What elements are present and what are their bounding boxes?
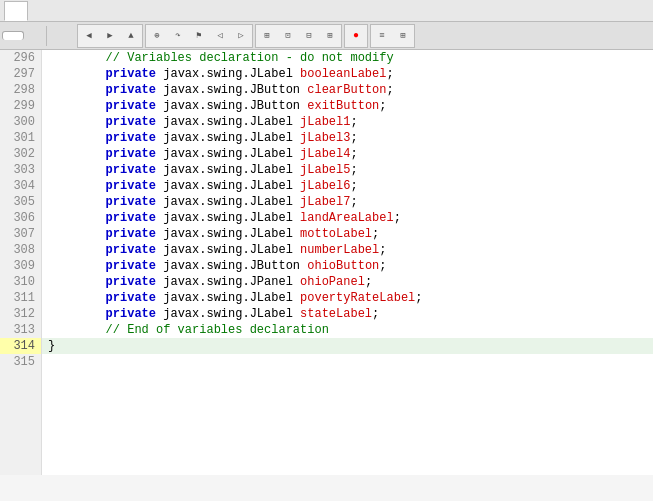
comment-token: // End of variables declaration <box>48 323 329 337</box>
identifier-token: jLabel1 <box>300 115 350 129</box>
plain-token <box>48 307 106 321</box>
plain-token: javax.swing.JLabel <box>156 195 300 209</box>
plain-token <box>48 243 106 257</box>
view3-icon[interactable]: ⊟ <box>299 26 319 46</box>
search-icon[interactable]: ⊕ <box>147 26 167 46</box>
identifier-token: jLabel3 <box>300 131 350 145</box>
plain-token: javax.swing.JLabel <box>156 163 300 177</box>
code-line: private javax.swing.JLabel povertyRateLa… <box>42 290 653 306</box>
plain-token <box>48 131 106 145</box>
keyword-token: private <box>106 307 156 321</box>
plain-token: ; <box>350 115 357 129</box>
bookmark1-icon[interactable]: ⚑ <box>189 26 209 46</box>
plain-token <box>48 195 106 209</box>
plain-token: javax.swing.JPanel <box>156 275 300 289</box>
plain-token: javax.swing.JLabel <box>156 131 300 145</box>
keyword-token: private <box>106 211 156 225</box>
menu-history[interactable] <box>49 32 69 40</box>
menu-bar: ◀ ▶ ▲ ⊕ ↷ ⚑ ◁ ▷ ⊞ ⊡ ⊟ ⊞ ● ≡ ⊞ <box>0 22 653 50</box>
title-bar <box>0 0 653 22</box>
line-number: 311 <box>0 290 41 306</box>
keyword-token: private <box>106 115 156 129</box>
plain-token <box>48 67 106 81</box>
identifier-token: numberLabel <box>300 243 379 257</box>
plain-token: } <box>48 339 55 353</box>
plain-token <box>48 211 106 225</box>
plain-token: ; <box>415 291 422 305</box>
line-number: 300 <box>0 114 41 130</box>
keyword-token: private <box>106 131 156 145</box>
plain-token <box>48 163 106 177</box>
line-number: 297 <box>0 66 41 82</box>
plain-token: javax.swing.JLabel <box>156 115 300 129</box>
stop-icon[interactable]: ● <box>346 26 366 46</box>
line-number: 308 <box>0 242 41 258</box>
code-line: private javax.swing.JLabel booleanLabel; <box>42 66 653 82</box>
line-number: 303 <box>0 162 41 178</box>
code-line: private javax.swing.JButton exitButton; <box>42 98 653 114</box>
nav-right-icon[interactable]: ▷ <box>231 26 251 46</box>
code-area[interactable]: // Variables declaration - do not modify… <box>42 50 653 475</box>
keyword-token: private <box>106 291 156 305</box>
nav-left-icon[interactable]: ◁ <box>210 26 230 46</box>
forward-icon[interactable]: ▶ <box>100 26 120 46</box>
code-line: private javax.swing.JPanel ohioPanel; <box>42 274 653 290</box>
plain-token: javax.swing.JLabel <box>156 67 300 81</box>
identifier-token: mottoLabel <box>300 227 372 241</box>
code-line: private javax.swing.JButton ohioButton; <box>42 258 653 274</box>
code-line: private javax.swing.JLabel numberLabel; <box>42 242 653 258</box>
plain-token: ; <box>372 307 379 321</box>
view1-icon[interactable]: ⊞ <box>257 26 277 46</box>
keyword-token: private <box>106 243 156 257</box>
plain-token <box>48 259 106 273</box>
code-line: private javax.swing.JLabel jLabel7; <box>42 194 653 210</box>
plain-token: ; <box>386 67 393 81</box>
identifier-token: ohioPanel <box>300 275 365 289</box>
identifier-token: jLabel7 <box>300 195 350 209</box>
code-line: // End of variables declaration <box>42 322 653 338</box>
plain-token: ; <box>365 275 372 289</box>
menu-separator <box>46 26 47 46</box>
plain-token: ; <box>379 99 386 113</box>
code-line: private javax.swing.JLabel jLabel4; <box>42 146 653 162</box>
line-number: 306 <box>0 210 41 226</box>
line-number: 304 <box>0 178 41 194</box>
keyword-token: private <box>106 67 156 81</box>
jump-fwd-icon[interactable]: ↷ <box>168 26 188 46</box>
back-icon[interactable]: ◀ <box>79 26 99 46</box>
keyword-token: private <box>106 147 156 161</box>
code-line: private javax.swing.JLabel mottoLabel; <box>42 226 653 242</box>
code-editor: 2962972982993003013023033043053063073083… <box>0 50 653 475</box>
keyword-token: private <box>106 99 156 113</box>
up-icon[interactable]: ▲ <box>121 26 141 46</box>
line-number: 315 <box>0 354 41 370</box>
plain-token <box>48 147 106 161</box>
identifier-token: jLabel6 <box>300 179 350 193</box>
identifier-token: povertyRateLabel <box>300 291 415 305</box>
plain-token: ; <box>350 163 357 177</box>
view2-icon[interactable]: ⊡ <box>278 26 298 46</box>
code-line: private javax.swing.JLabel landAreaLabel… <box>42 210 653 226</box>
line-number: 305 <box>0 194 41 210</box>
grid-icon[interactable]: ⊞ <box>393 26 413 46</box>
keyword-token: private <box>106 179 156 193</box>
lines-icon[interactable]: ≡ <box>372 26 392 46</box>
identifier-token: stateLabel <box>300 307 372 321</box>
keyword-token: private <box>106 259 156 273</box>
plain-token <box>48 83 106 97</box>
file-tab[interactable] <box>4 1 28 21</box>
plain-token: ; <box>350 195 357 209</box>
view4-icon[interactable]: ⊞ <box>320 26 340 46</box>
plain-token <box>48 99 106 113</box>
menu-source[interactable] <box>2 31 24 40</box>
comment-token: // Variables declaration - do not modify <box>48 51 394 65</box>
plain-token: ; <box>350 179 357 193</box>
plain-token: javax.swing.JLabel <box>156 307 300 321</box>
plain-token <box>48 291 106 305</box>
plain-token: javax.swing.JLabel <box>156 243 300 257</box>
code-line: private javax.swing.JLabel stateLabel; <box>42 306 653 322</box>
plain-token: ; <box>350 147 357 161</box>
line-number: 312 <box>0 306 41 322</box>
plain-token: ; <box>386 83 393 97</box>
menu-design[interactable] <box>24 32 44 40</box>
